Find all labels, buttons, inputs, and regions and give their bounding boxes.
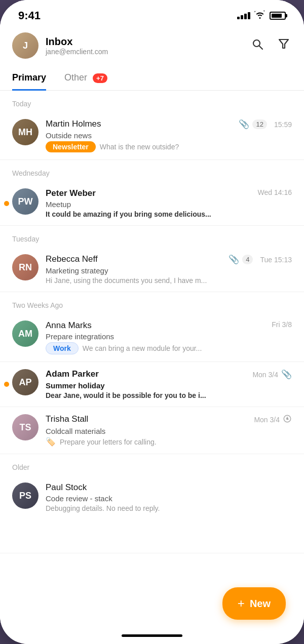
section-tuesday: Tuesday [0,226,304,247]
email-content: Trisha Stall Mon 3/4 [46,414,292,447]
email-content: Anna Marks Fri 3/8 Prepare integrations … [46,320,292,354]
unread-indicator [4,382,9,387]
email-sender: Adam Parker [46,369,99,379]
email-content: Martin Holmes 📎 12 15:59 Outside news Ne… [46,119,292,152]
header-actions [249,36,292,55]
email-subject: Code review - stack [46,494,292,503]
section-wednesday: Wednesday [0,160,304,181]
svg-line-1 [259,46,263,50]
inbox-title: Inbox [46,36,249,48]
email-content: Adam Parker Mon 3/4 📎 Summer holiday Dea… [46,369,292,399]
new-email-button[interactable]: + New [222,587,286,620]
email-sender: Trisha Stall [46,414,88,424]
email-content: Peter Weber Wed 14:16 Meetup It could be… [46,188,292,218]
email-sender: Paul Stock [46,482,87,493]
email-preview: It could be amazing if you bring some de… [46,210,211,218]
unread-indicator [4,201,9,206]
email-item[interactable]: RN Rebecca Neff 📎 4 Tue 15:13 Marketi [0,247,304,292]
header-text: Inbox jane@emclient.com [46,36,249,56]
email-item[interactable]: AP Adam Parker Mon 3/4 📎 Summer holiday … [0,362,304,407]
avatar: TS [12,414,39,440]
plus-icon: + [238,596,245,611]
section-today: Today [0,91,304,112]
avatar: AM [12,320,39,347]
email-subject: Marketing strategy [46,266,292,275]
search-button[interactable] [249,36,265,55]
attachment-badge: 4 [242,255,253,264]
tabs: Primary Other +7 [0,66,304,91]
email-time: Tue 15:13 [260,256,292,264]
attachment-badge: 12 [252,119,267,129]
email-sender: Rebecca Neff [46,254,98,264]
email-time: Mon 3/4 [254,416,280,424]
svg-marker-2 [279,39,288,48]
other-badge: +7 [93,73,107,83]
flag-icon: 🏷️ [46,437,56,447]
email-sender: Peter Weber [46,188,96,198]
email-list: Today MH Martin Holmes 📎 12 15:59 [0,91,304,627]
section-older: Older [0,454,304,475]
email-time: Fri 3/8 [272,320,292,329]
email-preview: We can bring a new module for your... [83,344,202,352]
filter-button[interactable] [276,36,292,55]
avatar: J [12,32,39,59]
email-subject: Outside news [46,131,292,140]
email-preview: Hi Jane, using the documents you send, I… [46,276,207,285]
tab-other[interactable]: Other +7 [64,66,107,91]
email-sender: Martin Holmes [46,119,101,129]
work-tag: Work [46,342,79,354]
home-bar [0,627,304,644]
email-content: Rebecca Neff 📎 4 Tue 15:13 Marketing str… [46,254,292,285]
attachment-icon: 📎 [239,119,249,130]
email-content: Paul Stock Code review - stack Debugging… [46,482,292,512]
email-item[interactable]: PW Peter Weber Wed 14:16 Meetup It could… [0,181,304,226]
email-preview: Prepare your letters for calling. [60,438,157,446]
email-sender: Anna Marks [46,320,92,331]
battery-icon [270,12,286,20]
email-time: 15:59 [274,120,292,129]
avatar: RN [12,254,39,280]
email-subject: Summer holiday [46,381,292,390]
wifi-icon [254,11,265,21]
email-subject: Prepare integrations [46,332,292,341]
avatar: AP [12,369,39,395]
email-item[interactable]: TS Trisha Stall Mon 3/4 [0,407,304,454]
email-subject: Meetup [46,200,292,209]
newsletter-tag: Newsletter [46,141,96,152]
home-indicator [122,634,182,637]
signal-icon [237,12,250,19]
avatar: PS [12,482,39,509]
svg-point-4 [287,418,288,420]
email-item[interactable]: AM Anna Marks Fri 3/8 Prepare integratio… [0,313,304,362]
status-bar: 9:41 [0,0,304,27]
email-preview: Debugging details. No need to reply. [46,504,160,512]
tab-primary[interactable]: Primary [12,66,46,91]
email-subject: Coldcall materials [46,427,292,435]
fab-label: New [250,598,271,610]
section-two-weeks: Two Weeks Ago [0,292,304,313]
avatar: MH [12,119,39,145]
email-item[interactable]: MH Martin Holmes 📎 12 15:59 Outside n [0,112,304,160]
status-time: 9:41 [18,9,41,22]
schedule-icon [283,414,292,425]
inbox-email: jane@emclient.com [46,48,249,56]
header: J Inbox jane@emclient.com [0,27,304,66]
attachment-icon: 📎 [281,369,292,380]
email-time: Wed 14:16 [258,188,292,196]
email-item[interactable]: PS Paul Stock Code review - stack Debugg… [0,475,304,553]
avatar: PW [12,188,39,215]
email-preview: Dear Jane, would it be possible for you … [46,391,206,399]
status-icons [237,11,286,21]
email-time: Mon 3/4 [252,371,278,379]
email-preview: What is the new outside? [100,143,179,151]
fab-container: + New [222,587,286,620]
attachment-icon: 📎 [229,254,239,265]
